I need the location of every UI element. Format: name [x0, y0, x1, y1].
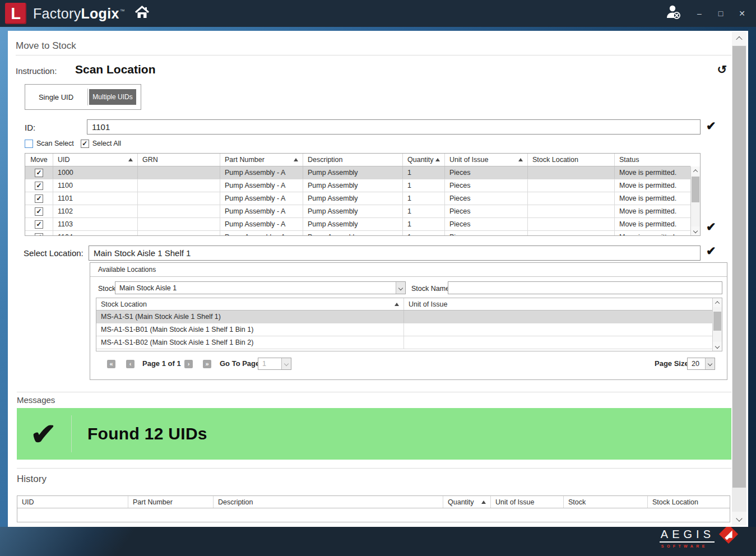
row-grn[interactable]: [138, 231, 220, 236]
stock-dropdown[interactable]: Main Stock Aisle 1: [115, 281, 406, 294]
id-confirm-check-icon[interactable]: ✔: [706, 119, 716, 133]
col-part-number[interactable]: Part Number: [220, 154, 303, 166]
location-unit[interactable]: [404, 311, 712, 323]
row-stock-location[interactable]: [528, 192, 615, 205]
scroll-down-button[interactable]: [713, 342, 722, 351]
location-unit[interactable]: [404, 323, 712, 336]
row-stock-location[interactable]: [528, 166, 615, 179]
row-description[interactable]: Pump Assembly: [303, 179, 403, 192]
row-status[interactable]: Move is permitted.: [615, 192, 690, 205]
row-stock-location[interactable]: [528, 218, 615, 230]
multiple-uids-button[interactable]: Multiple UIDs: [89, 89, 136, 105]
col-stock-location[interactable]: Stock Location: [96, 298, 404, 310]
row-stock-location[interactable]: [528, 231, 615, 236]
row-unit-of-issue[interactable]: Pieces: [445, 205, 528, 217]
col-stock[interactable]: Stock: [564, 496, 648, 508]
location-name[interactable]: MS-A1-S1 (Main Stock Aisle 1 Shelf 1): [96, 311, 404, 323]
row-status[interactable]: Move is permitted.: [615, 231, 690, 236]
col-grn[interactable]: GRN: [138, 154, 220, 166]
row-status[interactable]: Move is permitted.: [615, 218, 690, 230]
next-page-button[interactable]: ›: [184, 360, 193, 368]
row-part-number[interactable]: Pump Assembly - A: [220, 218, 303, 230]
row-part-number[interactable]: Pump Assembly - A: [220, 179, 303, 192]
minimize-button[interactable]: –: [694, 8, 704, 18]
dropdown-arrow-button[interactable]: [396, 282, 405, 294]
page-scrollbar[interactable]: [732, 32, 746, 525]
row-grn[interactable]: [138, 179, 220, 192]
scroll-down-button[interactable]: [691, 226, 700, 235]
row-uid[interactable]: 1104: [53, 231, 138, 236]
dropdown-arrow-button[interactable]: [705, 358, 715, 369]
row-unit-of-issue[interactable]: Pieces: [445, 192, 528, 205]
row-description[interactable]: Pump Assembly: [303, 218, 403, 230]
col-move[interactable]: Move: [25, 154, 53, 166]
row-uid[interactable]: 1103: [53, 218, 138, 230]
row-description[interactable]: Pump Assembly: [303, 205, 403, 217]
row-description[interactable]: Pump Assembly: [303, 231, 403, 236]
scroll-up-button[interactable]: [691, 166, 700, 175]
table-row[interactable]: ✓ 1103 Pump Assembly - A Pump Assembly 1…: [25, 218, 690, 231]
col-description[interactable]: Description: [303, 154, 403, 166]
row-status[interactable]: Move is permitted.: [615, 166, 690, 179]
row-status[interactable]: Move is permitted.: [615, 205, 690, 217]
page-size-dropdown[interactable]: 20: [687, 358, 715, 370]
row-uid[interactable]: 1000: [53, 166, 138, 179]
row-unit-of-issue[interactable]: Pieces: [445, 218, 528, 230]
row-unit-of-issue[interactable]: Pieces: [445, 166, 528, 179]
col-uid[interactable]: UID: [53, 154, 138, 166]
previous-page-button[interactable]: ‹: [126, 360, 134, 368]
col-status[interactable]: Status: [615, 154, 690, 166]
id-input[interactable]: [87, 119, 701, 135]
location-row[interactable]: MS-A1-S1 (Main Stock Aisle 1 Shelf 1): [96, 311, 712, 323]
row-checkbox[interactable]: ✓: [35, 233, 43, 237]
col-unit-of-issue[interactable]: Unit of Issue: [404, 298, 712, 310]
row-quantity[interactable]: 1: [403, 179, 445, 192]
row-grn[interactable]: [138, 218, 220, 230]
location-row[interactable]: MS-A1-S1-B02 (Main Stock Aisle 1 Shelf 1…: [96, 336, 712, 349]
go-to-page-dropdown[interactable]: 1: [258, 358, 291, 370]
col-unit-of-issue[interactable]: Unit of Issue: [445, 154, 528, 166]
dropdown-arrow-button[interactable]: [281, 358, 291, 369]
last-page-button[interactable]: »: [203, 360, 211, 368]
location-unit[interactable]: [404, 336, 712, 349]
row-quantity[interactable]: 1: [403, 166, 445, 179]
row-checkbox[interactable]: ✓: [35, 182, 43, 190]
grid-confirm-check-icon[interactable]: ✔: [706, 220, 716, 234]
row-description[interactable]: Pump Assembly: [303, 166, 403, 179]
location-name[interactable]: MS-A1-S1-B02 (Main Stock Aisle 1 Shelf 1…: [96, 336, 404, 349]
row-stock-location[interactable]: [528, 205, 615, 217]
row-quantity[interactable]: 1: [403, 231, 445, 236]
row-part-number[interactable]: Pump Assembly - A: [220, 231, 303, 236]
location-table-scrollbar[interactable]: [712, 298, 722, 351]
col-uid[interactable]: UID: [17, 496, 128, 508]
row-unit-of-issue[interactable]: Pieces: [445, 231, 528, 236]
scrollbar-thumb[interactable]: [713, 312, 721, 331]
row-quantity[interactable]: 1: [403, 218, 445, 230]
row-part-number[interactable]: Pump Assembly - A: [220, 192, 303, 205]
maximize-button[interactable]: □: [716, 8, 726, 18]
col-part-number[interactable]: Part Number: [128, 496, 214, 508]
table-row[interactable]: ✓ 1100 Pump Assembly - A Pump Assembly 1…: [25, 179, 690, 192]
row-part-number[interactable]: Pump Assembly - A: [220, 205, 303, 217]
single-uid-button[interactable]: Single UID: [25, 85, 87, 109]
location-name[interactable]: MS-A1-S1-B01 (Main Stock Aisle 1 Shelf 1…: [96, 323, 404, 336]
table-row[interactable]: ✓ 1000 Pump Assembly - A Pump Assembly 1…: [25, 166, 690, 179]
row-stock-location[interactable]: [528, 179, 615, 192]
row-checkbox[interactable]: ✓: [35, 194, 43, 203]
row-unit-of-issue[interactable]: Pieces: [445, 179, 528, 192]
col-stock-location[interactable]: Stock Location: [528, 154, 615, 166]
select-all-checkbox[interactable]: ✓: [81, 140, 89, 148]
table-row[interactable]: ✓ 1101 Pump Assembly - A Pump Assembly 1…: [25, 192, 690, 205]
row-uid[interactable]: 1101: [53, 192, 138, 205]
row-checkbox[interactable]: ✓: [35, 220, 43, 229]
row-grn[interactable]: [138, 192, 220, 205]
refresh-icon[interactable]: ↺: [717, 63, 727, 76]
scrollbar-thumb[interactable]: [692, 177, 699, 202]
scroll-down-button[interactable]: [732, 512, 746, 525]
row-checkbox[interactable]: ✓: [35, 169, 43, 177]
scroll-up-button[interactable]: [713, 298, 722, 307]
table-row-partial[interactable]: ✓ 1104 Pump Assembly - A Pump Assembly 1…: [25, 231, 690, 236]
row-uid[interactable]: 1100: [53, 179, 138, 192]
row-grn[interactable]: [138, 205, 220, 217]
row-checkbox[interactable]: ✓: [35, 207, 43, 216]
